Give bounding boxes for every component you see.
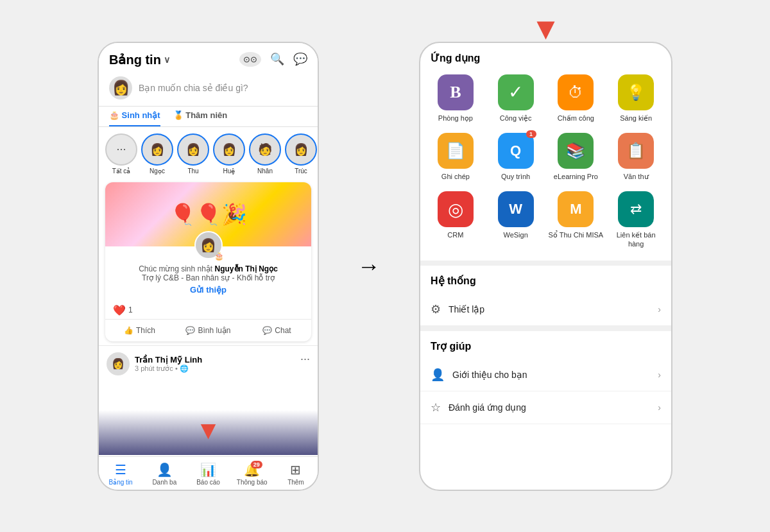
user-avatar: 👩 [109, 76, 132, 99]
app-congviec-label: Công việc [500, 114, 532, 123]
app-vanthu-icon: 📋 [618, 133, 654, 169]
app-phonghop[interactable]: B Phòng họp [427, 71, 484, 126]
search-icon[interactable]: 🔍 [270, 52, 284, 67]
comment-button[interactable]: 💬 Bình luận [174, 322, 243, 339]
rate-chevron-icon: › [658, 402, 661, 413]
menu-danhgia[interactable]: ☆ Đánh giá ứng dụng › [420, 391, 671, 424]
birthday-sub: Trợ lý C&B - Ban nhân sự - Khối hỗ trợ [113, 273, 304, 282]
app-chamcong[interactable]: ⏱ Chấm công [547, 71, 605, 126]
app-lienkethang-label: Liên kết bán hàng [608, 230, 663, 249]
right-panel-wrapper: ▼ Ứng dụng B Phòng họp ✓ Công việc [419, 42, 672, 491]
story-placeholder[interactable]: Bạn muốn chia sẻ điều gì? [139, 83, 248, 93]
chat-action-icon: 💬 [262, 326, 272, 335]
app-vanthu-label: Văn thư [624, 172, 649, 181]
menu-gioithieu-left: 👤 Giới thiệu cho bạn [431, 368, 527, 382]
system-section-title: Hệ thống [420, 266, 671, 293]
help-divider [420, 326, 671, 331]
story-thu-label: Thu [187, 167, 198, 175]
story-input-row: 👩 Bạn muốn chia sẻ điều gì? [99, 73, 318, 107]
story-all-label: Tất cả [112, 167, 131, 175]
app-misa-icon: M [558, 191, 594, 227]
chat-button[interactable]: 💬 Chat [243, 322, 311, 339]
greeting-text: Chúc mừng sinh nhật [139, 264, 214, 273]
app-crm-label: CRM [447, 230, 463, 239]
app-vanthu[interactable]: 📋 Văn thư [607, 129, 665, 185]
story-truc-avatar: 👩 [285, 133, 317, 166]
nav-them[interactable]: ⊞ Thêm [274, 462, 318, 486]
like-label: Thích [136, 326, 155, 335]
birthday-greeting: Chúc mừng sinh nhật Nguyễn Thị Ngọc [113, 264, 304, 273]
tab-anniversary[interactable]: 🏅 Thâm niên [173, 110, 228, 126]
phone-title: Bảng tin ∨ [109, 52, 170, 67]
thongbao-label: Thông báo [237, 479, 268, 486]
story-nhan[interactable]: 🧑 Nhân [249, 133, 281, 175]
post-user-name: Trần Thị Mỹ Linh [135, 355, 202, 365]
nav-bangtin[interactable]: ☰ Bảng tin [99, 462, 142, 486]
bottom-nav: ☰ Bảng tin 👤 Danh ba 📊 Báo cáo 🔔 29 Thôn… [99, 456, 318, 490]
story-ngoc[interactable]: 👩 Ngọc [141, 133, 173, 175]
danhba-label: Danh ba [152, 479, 176, 486]
apps-grid: B Phòng họp ✓ Công việc ⏱ Chấm công [420, 71, 671, 261]
phone-header: Bảng tin ∨ ⊙⊙ 🔍 💬 [99, 43, 318, 73]
app-congviec[interactable]: ✓ Công việc [487, 71, 545, 126]
settings-label: Thiết lập [449, 304, 484, 314]
app-sangkien[interactable]: 💡 Sáng kiến [607, 71, 665, 126]
app-misa-label: Sổ Thu Chi MISA [549, 230, 604, 239]
menu-thietlap[interactable]: ⚙ Thiết lập › [420, 293, 671, 326]
dots-icon[interactable]: ⊙⊙ [239, 52, 261, 67]
story-nhan-label: Nhân [257, 167, 273, 175]
app-quytrinh-icon: Q 1 [498, 133, 534, 169]
birthday-card: 🎈🎈🎉 👩 🎂 Chúc mừng sinh nhật Nguyễn Thị N… [105, 182, 311, 341]
story-thu[interactable]: 👩 Thu [177, 133, 209, 175]
like-button[interactable]: 👍 Thích [105, 322, 174, 339]
app-chamcong-icon: ⏱ [558, 74, 594, 110]
app-phonghop-label: Phòng họp [438, 114, 473, 123]
app-ghichep[interactable]: 📄 Ghi chép [427, 129, 484, 185]
story-all[interactable]: ··· Tất cả [105, 133, 137, 175]
app-wesign[interactable]: W WeSign [487, 187, 545, 253]
nav-danhba[interactable]: 👤 Danh ba [142, 462, 186, 486]
phone-overlay-bottom [99, 410, 318, 455]
story-hue[interactable]: 👩 Huệ [213, 133, 245, 175]
right-panel-scroll[interactable]: Ứng dụng B Phòng họp ✓ Công việc [420, 43, 671, 490]
title-text: Bảng tin [109, 52, 161, 67]
menu-danhgia-left: ☆ Đánh giá ứng dụng [431, 400, 526, 415]
send-card-button[interactable]: Gửi thiệp [190, 285, 227, 295]
app-crm[interactable]: ◎ CRM [427, 187, 484, 253]
app-chamcong-label: Chấm công [558, 114, 594, 123]
action-row: 👍 Thích 💬 Bình luận 💬 Chat [105, 319, 311, 341]
post-more-icon[interactable]: ··· [300, 352, 310, 366]
nav-thongbao[interactable]: 🔔 29 Thông báo [230, 462, 274, 486]
comment-icon: 💬 [185, 326, 195, 335]
app-congviec-icon: ✓ [498, 74, 534, 110]
post-user-info: 👩 Trần Thị Mỹ Linh 3 phút trước • 🌐 [107, 352, 202, 375]
app-phonghop-icon: B [438, 74, 474, 110]
app-quytrinh-badge: 1 [526, 130, 536, 138]
story-nhan-avatar: 🧑 [249, 133, 281, 166]
post-header: 👩 Trần Thị Mỹ Linh 3 phút trước • 🌐 ··· [107, 352, 310, 375]
menu-gioithieu[interactable]: 👤 Giới thiệu cho bạn › [420, 359, 671, 391]
tab-birthday[interactable]: 🎂 Sinh nhật [109, 110, 160, 126]
chevron-down-icon[interactable]: ∨ [164, 55, 170, 65]
menu-thietlap-left: ⚙ Thiết lập [431, 302, 484, 316]
tab-anniversary-label: 🏅 Thâm niên [173, 110, 228, 120]
right-panel-top-arrow: ▼ [531, 11, 561, 46]
app-lienkethang[interactable]: ⇄ Liên kết bán hàng [607, 187, 665, 253]
tabs-row: 🎂 Sinh nhật 🏅 Thâm niên [99, 107, 318, 127]
post-avatar: 👩 [107, 352, 130, 375]
chat-icon[interactable]: 💬 [293, 52, 307, 67]
app-misa[interactable]: M Sổ Thu Chi MISA [547, 187, 605, 253]
story-truc[interactable]: 👩 Trúc [285, 133, 317, 175]
system-divider [420, 261, 671, 266]
comment-label: Bình luận [198, 326, 230, 335]
birthday-banner: 🎈🎈🎉 👩 🎂 [105, 182, 311, 246]
nav-baocao[interactable]: 📊 Báo cáo [186, 462, 230, 486]
birthday-badge-icon: 🎂 [214, 252, 224, 261]
rate-label: Đánh giá ứng dụng [449, 402, 526, 413]
birthday-name: Nguyễn Thị Ngọc [215, 264, 278, 273]
app-quytrinh-label: Quy trình [501, 172, 530, 181]
app-elearning[interactable]: 📚 eLearning Pro [547, 129, 605, 185]
stories-row: ··· Tất cả 👩 Ngọc 👩 Thu 👩 Huệ 🧑 Nhân 👩 T… [99, 127, 318, 178]
help-section-title: Trợ giúp [420, 331, 671, 359]
app-quytrinh[interactable]: Q 1 Quy trình [487, 129, 545, 185]
